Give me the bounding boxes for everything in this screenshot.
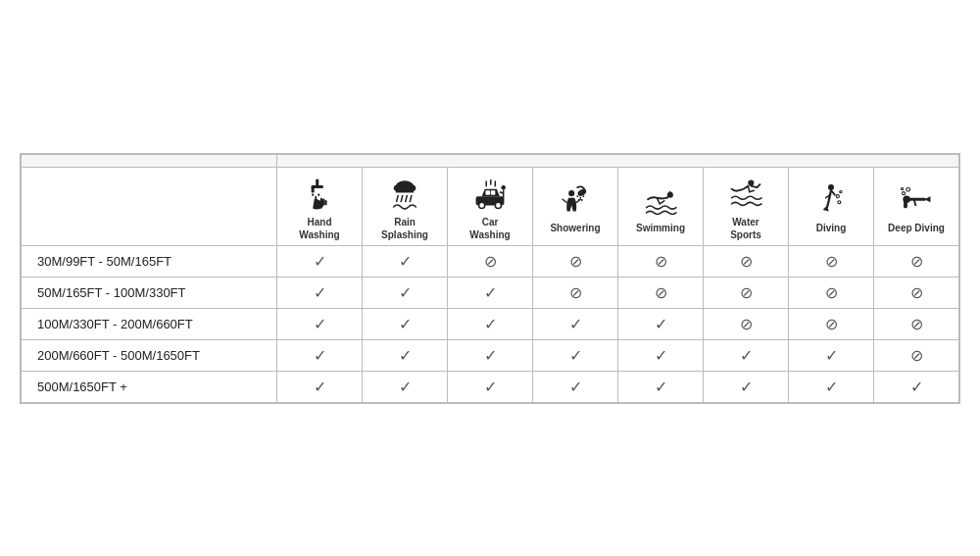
water-sports-cell: ⊘ (704, 245, 789, 277)
checkmark-icon: ✓ (655, 347, 667, 364)
svg-point-20 (479, 202, 485, 208)
rain-splashing-icon (367, 176, 443, 213)
hand-washing-cell: ✓ (277, 339, 363, 371)
svg-point-34 (568, 190, 574, 196)
table-row: 50M/165FT - 100M/330FT✓✓✓⊘⊘⊘⊘⊘ (22, 277, 959, 308)
swimming-cell: ⊘ (618, 245, 704, 277)
checkmark-icon: ✓ (314, 316, 326, 332)
checkmark-icon: ✓ (569, 379, 582, 395)
svg-point-46 (906, 187, 910, 191)
svg-point-41 (840, 191, 842, 193)
showering-cell: ✓ (533, 371, 618, 402)
svg-point-31 (582, 195, 584, 197)
diving-icon (793, 181, 869, 219)
checkmark-icon: ✓ (569, 347, 582, 364)
svg-rect-18 (485, 190, 490, 195)
car-washing-cell: ⊘ (448, 245, 533, 277)
table-row: 500M/1650FT +✓✓✓✓✓✓✓✓ (22, 371, 959, 402)
hand-washing-label: HandWashing (281, 216, 358, 241)
checkmark-icon: ✓ (399, 316, 412, 332)
svg-point-45 (903, 192, 906, 195)
no-icon: ⊘ (740, 253, 753, 270)
swimming-cell: ✓ (618, 371, 704, 402)
water-sports-label: WaterSports (708, 216, 784, 241)
svg-point-21 (495, 202, 501, 208)
checkmark-icon: ✓ (740, 379, 753, 395)
checkmark-icon: ✓ (569, 316, 582, 332)
definition-cell: 500M/1650FT + (22, 371, 277, 402)
no-icon: ⊘ (569, 253, 582, 270)
waterproof-table: HandWashing RainSplashing (20, 153, 960, 404)
deep-diving-label: Deep Diving (878, 222, 955, 234)
water-sports-cell: ⊘ (704, 277, 789, 308)
svg-point-30 (579, 197, 581, 199)
rain-splashing-cell: ✓ (363, 339, 448, 371)
svg-line-14 (401, 195, 403, 201)
no-icon: ⊘ (740, 316, 753, 332)
definition-header (22, 154, 277, 167)
water-sports-cell: ✓ (704, 371, 789, 402)
water-sports-header: WaterSports (704, 167, 789, 245)
hand-washing-header: HandWashing (277, 167, 363, 245)
definition-cell: 50M/165FT - 100M/330FT (22, 277, 277, 308)
car-washing-label: CarWashing (452, 216, 528, 241)
table-row: 100M/330FT - 200M/660FT✓✓✓✓✓⊘⊘⊘ (22, 308, 959, 339)
empty-header (22, 167, 277, 245)
hand-washing-cell: ✓ (277, 308, 363, 339)
diving-cell: ⊘ (789, 245, 874, 277)
svg-point-5 (318, 193, 319, 195)
showering-cell: ✓ (533, 339, 618, 371)
car-washing-header: CarWashing (448, 167, 533, 245)
no-icon: ⊘ (910, 253, 923, 270)
checkmark-icon: ✓ (484, 284, 497, 301)
diving-label: Diving (793, 222, 869, 234)
checkmark-icon: ✓ (484, 316, 497, 332)
svg-point-33 (581, 199, 583, 201)
rain-splashing-cell: ✓ (363, 277, 448, 308)
showering-cell: ✓ (533, 308, 618, 339)
deep-diving-cell: ⊘ (874, 277, 959, 308)
checkmark-icon: ✓ (314, 284, 326, 301)
table-row: 200M/660FT - 500M/1650FT✓✓✓✓✓✓✓⊘ (22, 339, 959, 371)
deep-diving-cell: ✓ (874, 371, 959, 402)
swimming-cell: ✓ (618, 339, 704, 371)
swimming-cell: ✓ (618, 308, 704, 339)
swimming-header: Swimming (618, 167, 704, 245)
showering-label: Showering (537, 222, 613, 234)
showering-cell: ⊘ (533, 245, 618, 277)
swimming-cell: ⊘ (618, 277, 704, 308)
definition-cell: 100M/330FT - 200M/660FT (22, 308, 277, 339)
diving-cell: ✓ (789, 339, 874, 371)
checkmark-icon: ✓ (825, 347, 838, 364)
svg-rect-12 (396, 187, 414, 192)
rain-splashing-cell: ✓ (363, 371, 448, 402)
showering-cell: ⊘ (533, 277, 618, 308)
no-icon: ⊘ (569, 284, 582, 301)
showering-header: Showering (533, 167, 618, 245)
hand-washing-cell: ✓ (277, 277, 363, 308)
svg-point-40 (836, 195, 839, 198)
checkmark-icon: ✓ (314, 379, 326, 395)
car-washing-cell: ✓ (448, 277, 533, 308)
car-washing-cell: ✓ (448, 308, 533, 339)
no-icon: ⊘ (910, 284, 923, 301)
deep-diving-header: Deep Diving (874, 167, 959, 245)
no-icon: ⊘ (655, 253, 667, 270)
checkmark-icon: ✓ (314, 347, 326, 364)
svg-rect-2 (312, 186, 315, 192)
deep-diving-cell: ⊘ (874, 339, 959, 371)
diving-cell: ⊘ (789, 308, 874, 339)
definition-cell: 30M/99FT - 50M/165FT (22, 245, 277, 277)
checkmark-icon: ✓ (825, 379, 838, 395)
showering-icon (537, 181, 613, 219)
checkmark-icon: ✓ (484, 379, 497, 395)
svg-line-16 (410, 195, 412, 201)
hand-washing-icon (281, 176, 358, 213)
checkmark-icon: ✓ (655, 316, 667, 332)
rain-splashing-cell: ✓ (363, 308, 448, 339)
svg-line-15 (406, 195, 408, 201)
checkmark-icon: ✓ (655, 379, 667, 395)
car-washing-cell: ✓ (448, 371, 533, 402)
checkmark-icon: ✓ (314, 253, 326, 270)
svg-point-42 (838, 201, 841, 204)
